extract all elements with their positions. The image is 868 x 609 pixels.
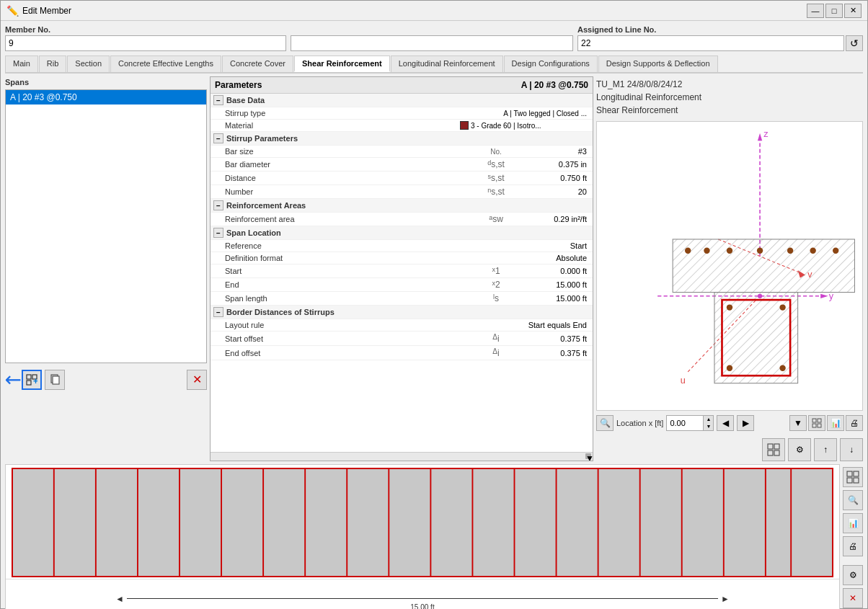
info-line3: Shear Reinforcement [596,104,863,117]
svg-text:z: z [763,129,768,139]
row-stirrup-type: Stirrup type A | Two legged | Closed ... [211,107,593,120]
section-border-distances[interactable]: − Border Distances of Stirrups [211,306,593,319]
top-fields: Member No. Assigned to Line No. ↺ [5,25,863,51]
delete-span-button[interactable]: ✕ [187,370,207,390]
grid-layout-button[interactable] [762,438,785,461]
expand-border-distances[interactable]: − [213,307,223,317]
settings2-button[interactable]: ⚙ [788,438,811,461]
cross-section-info: TU_M1 24/8/0/8/24/12 Longitudinal Reinfo… [596,76,863,118]
copy-span-button[interactable] [45,370,65,390]
minimize-button[interactable]: — [807,4,824,18]
print-button[interactable]: 🖨 [846,415,863,431]
reset-button[interactable]: ↺ [846,35,863,51]
section-stirrup-params[interactable]: − Stirrup Parameters [211,132,593,146]
beam-zoom-button[interactable]: 🔍 [843,490,863,510]
tab-long-reinf[interactable]: Longitudinal Reinforcement [391,55,503,72]
spin-up-button[interactable]: ▲ [703,416,713,423]
tab-concrete-eff[interactable]: Concrete Effective Lengths [110,55,221,72]
main-window: ✏️ Edit Member — □ ✕ Member No. Assigned… [0,0,868,609]
filter-button[interactable]: ▼ [789,415,807,431]
beam-cursor-button[interactable]: ✕ [843,588,863,608]
beam-print-button[interactable]: 🖨 [843,536,863,556]
svg-point-27 [810,248,815,254]
section-span-location[interactable]: − Span Location [211,226,593,240]
info-line1: TU_M1 24/8/0/8/24/12 [596,78,863,91]
expand-reinf-areas[interactable]: − [213,200,223,210]
section-reinf-areas[interactable]: − Reinforcement Areas [211,199,593,213]
assigned-label: Assigned to Line No. [577,25,863,34]
dimension-area: ◄ ► 15.00 ft [6,579,839,609]
beam-export-button[interactable]: 📊 [843,513,863,533]
svg-rect-42 [13,469,832,576]
tab-rib[interactable]: Rib [39,55,67,72]
location-spinner: ▲ ▼ [703,416,713,430]
beam-grid-button[interactable] [843,467,863,487]
row-bar-size: Bar size No. #3 [211,146,593,158]
next-view-button[interactable]: ▶ [737,415,754,431]
section-base-data[interactable]: − Base Data [211,94,593,107]
beam-settings-button[interactable]: ⚙ [843,565,863,585]
member-no-input[interactable] [5,35,286,51]
material-label: Material [225,121,402,130]
params-scrollbar[interactable]: ▼ [211,452,593,461]
row-number: Number ns,st 20 [211,185,593,199]
view-controls: ▼ 📊 🖨 [789,415,863,431]
assigned-input[interactable] [577,35,844,51]
row-span-length: Span length ls 15.000 ft [211,292,593,306]
svg-rect-39 [774,444,779,449]
move-up-button[interactable]: ↑ [814,438,837,461]
left-panel: Spans A | 20 #3 @0.750 ↙ + [5,76,207,461]
beam-dimension-label: 15.00 ft [410,603,434,609]
spin-down-button[interactable]: ▼ [703,423,713,430]
svg-point-28 [833,248,838,254]
material-color-swatch [460,121,469,130]
location-input[interactable] [667,417,703,429]
svg-rect-37 [818,424,821,427]
expand-base-data[interactable]: − [213,95,223,105]
view-zoom-button[interactable]: 🔍 [596,415,614,431]
member-no-group: Member No. [5,25,286,51]
tab-section[interactable]: Section [67,55,110,72]
tab-shear-reinf[interactable]: Shear Reinforcement [294,55,390,72]
export-button[interactable]: 📊 [827,415,844,431]
expand-stirrup-params[interactable]: − [213,133,223,143]
row-start-offset: Start offset Δi 0.375 ft [211,332,593,346]
svg-rect-35 [818,419,821,422]
close-button[interactable]: ✕ [844,4,862,18]
location-bar: 🔍 Location x [ft] ▲ ▼ ◀ ▶ ▼ [596,414,863,432]
svg-rect-40 [768,450,773,455]
svg-rect-64 [847,478,852,483]
scroll-arrow-down[interactable]: ▼ [585,453,591,459]
stirrup-lines-svg [13,469,832,576]
row-bar-diameter: Bar diameter ds,st 0.375 in [211,158,593,172]
svg-rect-41 [774,450,779,455]
dim-line [127,598,718,599]
window-title: Edit Member [22,6,807,16]
row-material: Material 3 - Grade 60 | Isotro... [211,120,593,132]
svg-rect-2 [27,381,31,385]
svg-rect-20 [714,293,798,383]
svg-point-23 [704,248,709,254]
svg-text:u: u [681,375,686,386]
spans-list: A | 20 #3 @0.750 [5,89,207,363]
info-line2: Longitudinal Reinforcement [596,91,863,104]
tab-design-supports[interactable]: Design Supports & Deflection [598,55,718,72]
row-layout-rule: Layout rule Start equals End [211,319,593,332]
cross-section-view: z y u v [596,121,863,411]
svg-text:+: + [33,376,37,386]
expand-span-location[interactable]: − [213,228,223,238]
bottom-section: ◄ ► 15.00 ft 🔍 [5,464,863,609]
table-view-button[interactable] [808,415,825,431]
tab-design-config[interactable]: Design Configurations [504,55,598,72]
member-name-input[interactable] [291,35,573,51]
move-down-button[interactable]: ↓ [840,438,863,461]
tab-concrete-cover[interactable]: Concrete Cover [222,55,293,72]
svg-rect-19 [673,239,854,293]
tab-main[interactable]: Main [5,55,38,72]
member-name-group [291,25,573,51]
span-item[interactable]: A | 20 #3 @0.750 [6,90,206,105]
member-no-label: Member No. [5,25,286,34]
prev-view-button[interactable]: ◀ [717,415,734,431]
location-label: Location x [ft] [616,419,663,427]
maximize-button[interactable]: □ [825,4,843,18]
